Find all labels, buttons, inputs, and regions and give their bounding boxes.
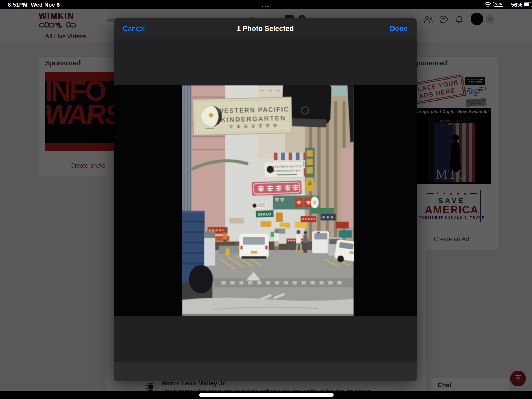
vpn-badge: VPN [493,2,504,7]
status-time: 8:51PM [8,2,28,8]
white-minivan [239,234,269,259]
green-shop-sign [273,196,320,210]
screen: WIMKIN [0,0,532,399]
home-indicator[interactable] [199,393,334,397]
svg-text:WESTERN PACIFIC: WESTERN PACIFIC [272,165,302,168]
done-button[interactable]: Done [390,25,408,33]
battery-percent: 56% [511,2,522,8]
status-bar: 8:51PM Wed Nov 6 VPN 56% [0,0,532,9]
kindergarten-sign-small: WESTERN PACIFIC KINDERGARTEN [264,161,304,178]
status-date: Wed Nov 6 [31,2,60,8]
wifi-icon [484,2,491,7]
selected-photo[interactable]: WESTERN PACIFIC KINDERGARTEN [182,85,354,316]
red-shop-sign [252,180,302,196]
battery-icon [524,2,532,7]
home-bar [0,391,532,399]
photo-picker-modal: Cancel 1 Photo Selected Done [114,18,417,381]
sfalo-sign: SFALO [256,210,274,217]
photo-picker-header: Cancel 1 Photo Selected Done [114,18,417,39]
svg-text:SFALO: SFALO [258,212,271,217]
photo-strip: WESTERN PACIFIC KINDERGARTEN [114,85,417,316]
multitask-dots [261,3,269,8]
picker-title: 1 Photo Selected [114,25,417,33]
street-photo-illustration: WESTERN PACIFIC KINDERGARTEN [182,85,354,316]
kindergarten-sign: WESTERN PACIFIC KINDERGARTEN [193,97,292,135]
photo-picker-footer [114,362,417,381]
svg-text:KINDERGARTEN: KINDERGARTEN [273,169,301,172]
